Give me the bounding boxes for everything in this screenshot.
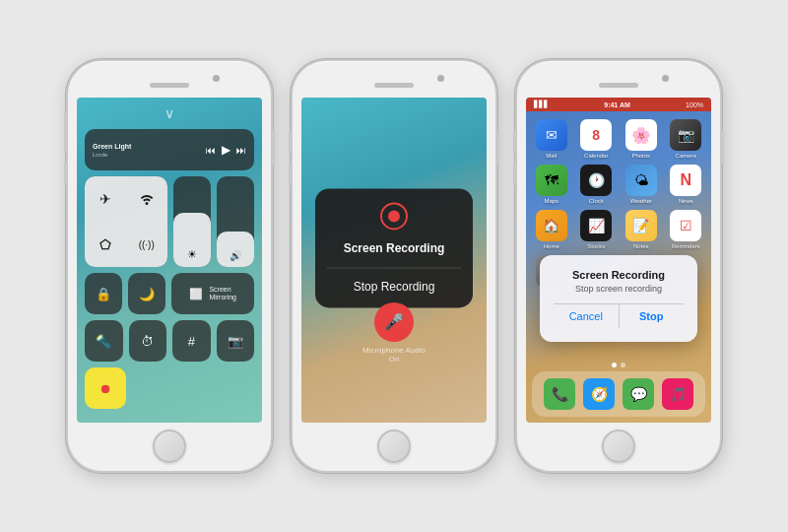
airdrop-icon: ((·)) bbox=[139, 239, 155, 250]
app-mail[interactable]: ✉ Mail bbox=[532, 119, 571, 159]
volume-up-btn[interactable] bbox=[64, 130, 68, 154]
record-icon: ⏺ bbox=[99, 381, 112, 396]
iphone-top-bar-3 bbox=[517, 61, 720, 98]
app-home[interactable]: 🏠 Home bbox=[532, 210, 571, 249]
app-stocks-icon: 📈 bbox=[580, 210, 612, 241]
speaker-3 bbox=[599, 83, 638, 88]
wifi-tile[interactable] bbox=[126, 176, 167, 222]
volume-down-btn-2[interactable] bbox=[289, 162, 293, 185]
app-reminders[interactable]: ☑ Reminders bbox=[667, 210, 706, 249]
volume-up-btn-3[interactable] bbox=[513, 130, 517, 154]
home-button-2[interactable] bbox=[377, 430, 411, 463]
bluetooth-tile[interactable]: ⬠ bbox=[85, 222, 126, 267]
iphone-screen-3: ▋▋▋ 9:41 AM 100% ✉ Mail 8 Calendar 🌸 Pho… bbox=[526, 98, 711, 422]
cc-np-artist: Lorde bbox=[93, 152, 200, 158]
volume-down-btn-3[interactable] bbox=[513, 162, 517, 185]
app-calendar[interactable]: 8 Calendar bbox=[577, 119, 617, 159]
app-calendar-label: Calendar bbox=[584, 153, 608, 159]
mic-container: 🎤 Microphone Audio On bbox=[362, 302, 426, 364]
power-btn[interactable] bbox=[271, 130, 275, 166]
screen-record-tile[interactable]: ⏺ bbox=[85, 367, 126, 409]
app-mail-icon: ✉ bbox=[536, 119, 567, 151]
dock-phone-icon: 📞 bbox=[544, 378, 575, 410]
signal-indicator: ▋▋▋ bbox=[534, 100, 549, 108]
torch-tile[interactable]: 🔦 bbox=[85, 320, 123, 362]
calculator-tile[interactable]: # bbox=[172, 320, 211, 362]
screen-mirroring-tile[interactable]: ⬜ ScreenMirroring bbox=[171, 273, 254, 314]
volume-down-btn[interactable] bbox=[64, 162, 68, 185]
rotation-lock-tile[interactable]: 🔒 bbox=[85, 273, 122, 314]
cc-now-playing[interactable]: Green Light Lorde ⏮ ▶ ⏭ bbox=[85, 129, 254, 170]
alert-dialog: Screen Recording Stop screen recording C… bbox=[540, 255, 697, 342]
home-button-1[interactable] bbox=[153, 430, 186, 463]
app-maps[interactable]: 🗺 Maps bbox=[532, 165, 571, 204]
bluetooth-icon: ⬠ bbox=[99, 237, 110, 252]
cc-row-3: 🔦 ⏱ # 📷 bbox=[85, 320, 254, 362]
iphone-bottom-bar-3 bbox=[517, 423, 720, 471]
brightness-slider[interactable]: ☀ bbox=[173, 176, 211, 267]
dock-safari-icon: 🧭 bbox=[583, 378, 615, 410]
app-clock-label: Clock bbox=[589, 198, 604, 204]
cc-connectivity-group: ✈ ⬠ ((·)) bbox=[85, 176, 167, 267]
app-notes[interactable]: 📝 Notes bbox=[622, 210, 661, 249]
record-indicator-icon bbox=[380, 202, 408, 230]
cc-np-song: Green Light bbox=[93, 143, 200, 151]
camera-2 bbox=[437, 75, 444, 82]
app-news[interactable]: N News bbox=[667, 165, 706, 204]
mic-audio-btn[interactable]: 🎤 bbox=[374, 302, 414, 342]
cc-chevron: ∨ bbox=[77, 98, 262, 121]
volume-slider[interactable]: 🔊 bbox=[217, 176, 254, 267]
app-stocks[interactable]: 📈 Stocks bbox=[577, 210, 617, 249]
app-camera[interactable]: 📷 Camera bbox=[667, 119, 706, 159]
camera-tile[interactable]: 📷 bbox=[217, 320, 255, 362]
prev-icon[interactable]: ⏮ bbox=[206, 145, 216, 156]
silent-btn[interactable] bbox=[64, 112, 68, 130]
alert-stop-btn[interactable]: Stop bbox=[620, 304, 685, 328]
iphone-top-bar-1 bbox=[68, 61, 271, 98]
home-screen: ▋▋▋ 9:41 AM 100% ✉ Mail 8 Calendar 🌸 Pho… bbox=[526, 98, 711, 422]
do-not-disturb-tile[interactable]: 🌙 bbox=[128, 273, 165, 314]
home-button-3[interactable] bbox=[602, 430, 635, 463]
record-dot bbox=[388, 210, 400, 222]
control-center-screen: ∨ Green Light Lorde ⏮ ▶ ⏭ bbox=[77, 98, 262, 422]
power-btn-2[interactable] bbox=[495, 130, 499, 166]
dock-messages[interactable]: 💬 bbox=[623, 378, 654, 410]
page-dot-1 bbox=[612, 363, 617, 367]
speaker-2 bbox=[374, 83, 414, 88]
timer-tile[interactable]: ⏱ bbox=[129, 320, 167, 362]
brightness-icon: ☀ bbox=[187, 248, 197, 261]
next-icon[interactable]: ⏭ bbox=[236, 145, 246, 156]
status-time: 9:41 AM bbox=[604, 101, 630, 108]
torch-icon: 🔦 bbox=[96, 334, 111, 349]
iphone-2: Screen Recording Stop Recording 🎤 Microp… bbox=[291, 59, 497, 473]
play-icon[interactable]: ▶ bbox=[222, 143, 230, 157]
iphone-screen-1: ∨ Green Light Lorde ⏮ ▶ ⏭ bbox=[77, 98, 262, 422]
screen-mirror-icon: ⬜ bbox=[189, 288, 203, 300]
iphone-bottom-bar-1 bbox=[68, 423, 271, 471]
alert-cancel-btn[interactable]: Cancel bbox=[554, 304, 619, 328]
volume-up-btn-2[interactable] bbox=[289, 130, 293, 154]
stop-recording-btn[interactable]: Stop Recording bbox=[327, 280, 461, 294]
dock-safari[interactable]: 🧭 bbox=[583, 378, 615, 410]
airdrop-tile[interactable]: ((·)) bbox=[126, 222, 167, 267]
airplane-tile[interactable]: ✈ bbox=[85, 176, 126, 222]
iphone-screen-2: Screen Recording Stop Recording 🎤 Microp… bbox=[301, 98, 487, 422]
cc-np-controls: ⏮ ▶ ⏭ bbox=[206, 143, 246, 157]
dock-phone[interactable]: 📞 bbox=[544, 378, 575, 410]
power-btn-3[interactable] bbox=[720, 130, 724, 166]
app-camera-icon: 📷 bbox=[670, 119, 701, 151]
status-bar: ▋▋▋ 9:41 AM 100% bbox=[526, 98, 711, 111]
mic-icon: 🎤 bbox=[384, 312, 404, 331]
speaker-1 bbox=[150, 83, 189, 88]
mic-audio-label: Microphone Audio On bbox=[362, 346, 426, 364]
app-photos[interactable]: 🌸 Photos bbox=[622, 119, 661, 159]
dock-messages-icon: 💬 bbox=[623, 378, 654, 410]
dock-music[interactable]: 🎵 bbox=[662, 378, 693, 410]
app-weather-label: Weather bbox=[629, 198, 652, 204]
app-maps-icon: 🗺 bbox=[536, 165, 567, 196]
app-weather[interactable]: 🌤 Weather bbox=[622, 165, 661, 204]
camera-icon: 📷 bbox=[228, 334, 243, 349]
app-news-icon: N bbox=[670, 165, 701, 196]
app-mail-label: Mail bbox=[546, 153, 557, 159]
app-clock[interactable]: 🕐 Clock bbox=[577, 165, 617, 204]
